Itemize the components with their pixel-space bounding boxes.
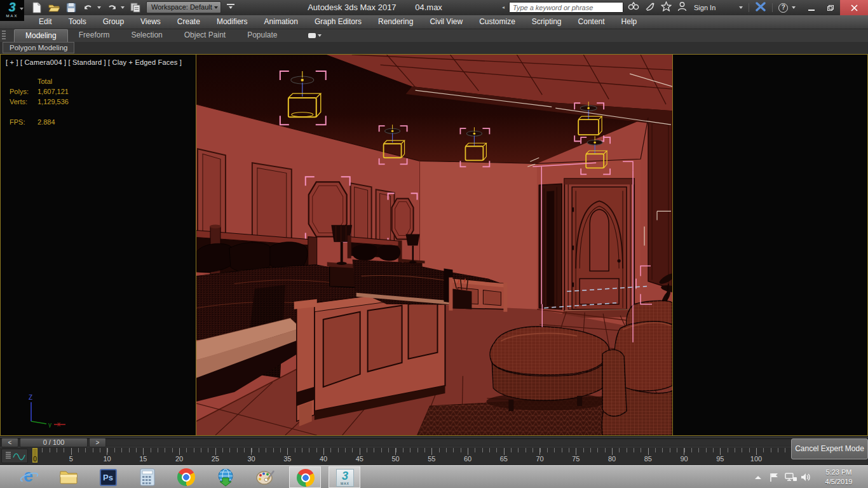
redo-dropdown[interactable]: [121, 6, 125, 9]
minimize-button[interactable]: [802, 0, 821, 15]
save-file-button[interactable]: [65, 1, 78, 14]
camera-view[interactable]: [196, 55, 673, 435]
menu-group[interactable]: Group: [95, 15, 132, 29]
user-icon[interactable]: [677, 1, 687, 14]
tab-object-paint[interactable]: Object Paint: [173, 29, 236, 42]
time-slider-groove[interactable]: [0, 438, 868, 447]
taskbar-chrome-active-app[interactable]: [289, 466, 321, 488]
favorites-star-icon[interactable]: [661, 1, 672, 14]
taskbar-calculator-icon[interactable]: [137, 467, 158, 487]
tick-label: 20: [175, 455, 183, 463]
chevron-down-icon: [214, 6, 218, 9]
file-name: 04.max: [415, 3, 442, 12]
taskbar-clock[interactable]: 5:23 PM 4/5/2019: [815, 468, 863, 487]
minimize-ribbon-button[interactable]: [308, 31, 325, 40]
communication-center-icon[interactable]: [645, 2, 655, 14]
search-input[interactable]: [509, 2, 623, 13]
tray-speaker-icon[interactable]: [800, 466, 811, 488]
menu-civil-view[interactable]: Civil View: [421, 15, 471, 29]
quick-access-toolbar: [31, 1, 142, 14]
tick-label: 10: [103, 455, 111, 463]
menu-customize[interactable]: Customize: [471, 15, 524, 29]
help-icon[interactable]: ?: [778, 3, 788, 13]
undo-dropdown[interactable]: [97, 6, 101, 9]
menu-animation[interactable]: Animation: [256, 15, 306, 29]
tab-modeling[interactable]: Modeling: [14, 29, 68, 42]
menu-create[interactable]: Create: [169, 15, 208, 29]
undo-button[interactable]: [82, 1, 95, 14]
project-folder-button[interactable]: [129, 1, 142, 14]
tray-show-hidden-icon[interactable]: [754, 466, 763, 488]
menu-tools[interactable]: Tools: [60, 15, 95, 29]
time-slider-handle[interactable]: 0 / 100: [20, 438, 88, 447]
workspace-selector[interactable]: Workspace: Default: [146, 1, 221, 13]
viewport[interactable]: [ + ] [ Camera004 ] [ Standard ] [ Clay …: [0, 54, 868, 436]
tick-label: 70: [536, 455, 543, 463]
scene-ottoman[interactable]: [486, 327, 610, 411]
new-scene-button[interactable]: [31, 1, 43, 14]
tray-action-center-flag-icon[interactable]: [769, 466, 780, 488]
infocenter-icons: Sign In ?: [628, 1, 796, 14]
menu-modifiers[interactable]: Modifiers: [208, 15, 256, 29]
menu-help[interactable]: Help: [613, 15, 646, 29]
tick-label: 45: [356, 455, 363, 463]
menu-scripting[interactable]: Scripting: [524, 15, 570, 29]
menu-graph-editors[interactable]: Graph Editors: [306, 15, 370, 29]
tab-selection[interactable]: Selection: [120, 29, 173, 42]
tick-label: 0: [33, 455, 37, 463]
viewport-canvas[interactable]: [196, 55, 672, 435]
menu-rendering[interactable]: Rendering: [370, 15, 421, 29]
taskbar-internet-explorer-icon[interactable]: e: [19, 467, 39, 487]
open-file-button[interactable]: [48, 1, 60, 14]
polygon-modeling-panel-tab[interactable]: Polygon Modeling: [3, 42, 74, 53]
next-frame-button[interactable]: >: [89, 438, 106, 447]
help-dropdown[interactable]: [792, 6, 796, 9]
mini-curve-editor-button[interactable]: [1, 449, 28, 463]
tray-network-icon[interactable]: [785, 466, 797, 488]
windows-taskbar: e Ps 3MAX: [0, 465, 868, 488]
tick-label: 55: [428, 455, 435, 463]
tick-label: 65: [500, 455, 508, 463]
scene-closet[interactable]: [539, 184, 562, 309]
menu-views[interactable]: Views: [132, 15, 169, 29]
search-icon[interactable]: [628, 2, 639, 13]
ribbon-grip-handle[interactable]: [2, 30, 6, 41]
max-logo-icon: 3: [0, 0, 24, 14]
tick-label: 75: [572, 455, 580, 463]
trackbar-ruler[interactable]: 0510152025303540455055606570758085909510…: [31, 447, 868, 465]
sign-in-dropdown[interactable]: [739, 6, 743, 9]
tab-populate[interactable]: Populate: [236, 29, 288, 42]
ribbon-tab-bar: Modeling Freeform Selection Object Paint…: [0, 29, 868, 42]
taskbar-idm-icon[interactable]: [215, 467, 236, 487]
taskbar-photoshop-icon[interactable]: Ps: [98, 467, 118, 487]
svg-text:y: y: [48, 421, 51, 428]
toolbar-overflow-button[interactable]: [225, 3, 236, 12]
scene-mirror-octagon-2[interactable]: [392, 198, 414, 239]
tick-label: 95: [716, 455, 724, 463]
app-name: Autodesk 3ds Max 2017: [308, 3, 396, 12]
time-slider[interactable]: < 0 / 100 >: [0, 436, 868, 447]
previous-frame-button[interactable]: <: [1, 438, 18, 447]
exchange-apps-icon[interactable]: [755, 2, 766, 14]
tab-freeform[interactable]: Freeform: [68, 29, 121, 42]
svg-text:Z: Z: [29, 394, 32, 401]
redo-button[interactable]: [105, 1, 118, 14]
taskbar-chrome-icon[interactable]: [176, 467, 196, 487]
application-menu-button[interactable]: 3 MAX: [0, 0, 24, 21]
sign-in-button[interactable]: Sign In: [694, 4, 715, 11]
restore-button[interactable]: [821, 0, 840, 15]
menu-edit[interactable]: Edit: [31, 15, 60, 29]
taskbar-paint-icon[interactable]: [255, 467, 275, 487]
svg-text:x: x: [57, 421, 60, 428]
menu-content[interactable]: Content: [570, 15, 613, 29]
cancel-expert-mode-button[interactable]: Cancel Expert Mode: [791, 438, 868, 459]
taskbar-3dsmax-active-app[interactable]: 3MAX: [329, 466, 360, 488]
close-button[interactable]: [840, 0, 868, 15]
track-bar[interactable]: 0510152025303540455055606570758085909510…: [0, 447, 868, 465]
viewport-label[interactable]: [ + ] [ Camera004 ] [ Standard ] [ Clay …: [6, 58, 182, 66]
scene-door[interactable]: [559, 179, 641, 318]
taskbar-file-explorer-icon[interactable]: [58, 467, 79, 487]
search-history-arrow[interactable]: ◂: [502, 3, 508, 13]
tick-label: 40: [320, 455, 327, 463]
tick-label: 50: [391, 455, 399, 463]
